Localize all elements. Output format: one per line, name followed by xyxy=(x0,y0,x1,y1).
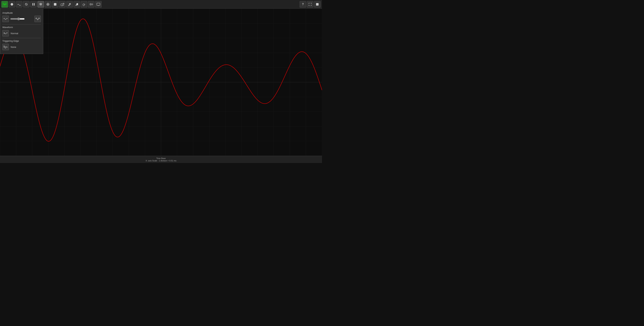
svg-rect-21 xyxy=(97,3,100,5)
music-button[interactable] xyxy=(74,1,80,7)
export-button[interactable] xyxy=(59,1,66,7)
spectrum-button[interactable] xyxy=(16,1,22,7)
trigger-point-button[interactable] xyxy=(45,1,51,7)
amplitude-slider[interactable] xyxy=(10,17,25,20)
svg-rect-3 xyxy=(34,3,34,5)
waveform-label: Waveform xyxy=(2,26,41,29)
settings-panel: Amplitude Waveform xyxy=(0,9,43,54)
trigger-icon-btn[interactable] xyxy=(2,44,9,50)
svg-point-13 xyxy=(77,4,78,5)
svg-point-12 xyxy=(76,5,76,5)
waveform-icon-btn[interactable] xyxy=(2,30,9,36)
fullscreen-button[interactable] xyxy=(307,1,313,7)
divider-1 xyxy=(2,24,41,24)
amplitude-wave-large-icon[interactable] xyxy=(34,16,41,22)
svg-point-4 xyxy=(40,4,41,5)
status-line1: Time Base xyxy=(156,157,166,160)
amplitude-slider-container xyxy=(10,17,33,20)
waveform-row: Normal xyxy=(2,30,41,36)
tuner-button[interactable] xyxy=(88,1,94,7)
trigger-row: None xyxy=(2,44,41,50)
svg-rect-10 xyxy=(61,4,63,6)
svg-rect-2 xyxy=(32,3,33,5)
triggering-edge-label: Triggering Edge xyxy=(2,40,41,42)
toolbar-right: ? xyxy=(300,1,320,7)
svg-rect-9 xyxy=(54,3,56,5)
lissajous-button[interactable] xyxy=(23,1,30,7)
divider-2 xyxy=(2,38,41,38)
status-line2: X- axis Scale : 1 division = 0.51 ms xyxy=(146,160,176,162)
toolbar: ? xyxy=(0,0,322,9)
oscilloscope-display[interactable]: Amplitude Waveform xyxy=(0,9,322,156)
wave-canvas xyxy=(0,9,322,156)
amplitude-row xyxy=(2,16,41,22)
svg-point-11 xyxy=(70,3,70,4)
stop-button[interactable] xyxy=(52,1,58,7)
waveform-display-button[interactable] xyxy=(2,1,8,7)
guitar-button[interactable] xyxy=(66,1,73,7)
window-close-button[interactable] xyxy=(314,1,320,7)
pause-button[interactable] xyxy=(30,1,37,7)
svg-rect-24 xyxy=(316,3,318,5)
help-icon: ? xyxy=(302,3,304,6)
help-button[interactable]: ? xyxy=(300,1,306,7)
clef-button[interactable] xyxy=(81,1,87,7)
amplitude-label: Amplitude xyxy=(2,11,41,14)
trigger-value: None xyxy=(11,46,16,48)
svg-point-0 xyxy=(11,3,13,5)
status-bar: Time Base X- axis Scale : 1 division = 0… xyxy=(0,156,322,163)
amplitude-wave-icon[interactable] xyxy=(2,16,9,22)
waveform-value: Normal xyxy=(11,32,18,35)
record-button[interactable] xyxy=(9,1,15,7)
svg-point-8 xyxy=(48,4,48,5)
display2-button[interactable] xyxy=(95,1,102,7)
main-area: Amplitude Waveform xyxy=(0,9,322,156)
settings-button[interactable] xyxy=(38,1,44,7)
